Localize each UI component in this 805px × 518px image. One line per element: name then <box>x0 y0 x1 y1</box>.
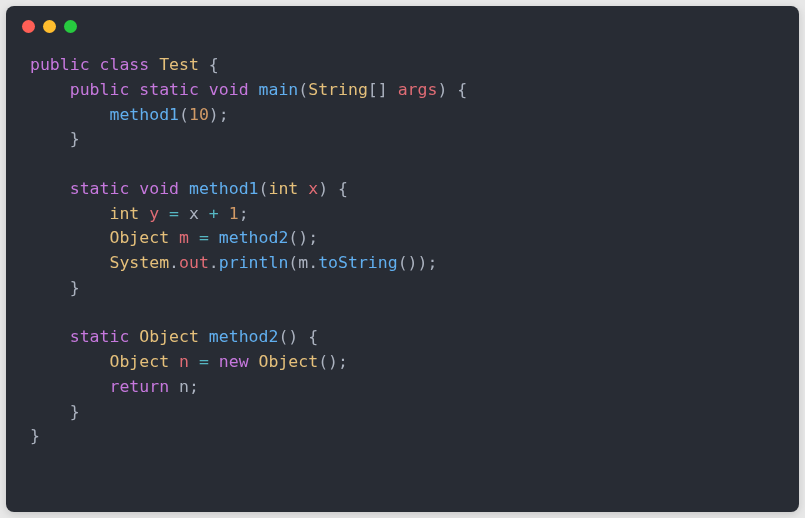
minimize-icon[interactable] <box>43 20 56 33</box>
keyword: public <box>30 55 90 74</box>
field: out <box>179 253 209 272</box>
keyword: public <box>70 80 130 99</box>
code-window: public class Test { public static void m… <box>6 6 799 512</box>
function-call: method1 <box>109 105 179 124</box>
function-name: main <box>259 80 299 99</box>
variable: n <box>169 377 189 396</box>
keyword: static <box>70 179 130 198</box>
code-block: public class Test { public static void m… <box>6 41 799 469</box>
function-call: toString <box>318 253 397 272</box>
type: Object <box>109 352 169 371</box>
brace: } <box>70 278 80 297</box>
operator: + <box>209 204 219 223</box>
window-titlebar <box>6 6 799 41</box>
function-call: method2 <box>219 228 289 247</box>
keyword: new <box>219 352 249 371</box>
keyword: static <box>139 80 199 99</box>
number-literal: 10 <box>189 105 209 124</box>
close-icon[interactable] <box>22 20 35 33</box>
type: int <box>268 179 298 198</box>
variable: y <box>139 204 159 223</box>
brace: } <box>70 129 80 148</box>
type: Object <box>109 228 169 247</box>
keyword: static <box>70 327 130 346</box>
function-call: println <box>219 253 289 272</box>
type: int <box>109 204 139 223</box>
function-name: method2 <box>209 327 279 346</box>
type: Object <box>139 327 199 346</box>
operator: = <box>159 204 179 223</box>
brace: { <box>199 55 219 74</box>
keyword: class <box>100 55 150 74</box>
object: System <box>109 253 169 272</box>
parameter: x <box>298 179 318 198</box>
class-name: Test <box>159 55 199 74</box>
brace: } <box>30 426 40 445</box>
keyword: return <box>109 377 169 396</box>
function-name: method1 <box>189 179 259 198</box>
number-literal: 1 <box>229 204 239 223</box>
brace: } <box>70 402 80 421</box>
operator: = <box>189 352 209 371</box>
type: void <box>139 179 179 198</box>
class-name: Object <box>259 352 319 371</box>
maximize-icon[interactable] <box>64 20 77 33</box>
type: String <box>308 80 368 99</box>
variable: n <box>169 352 189 371</box>
parameter: args <box>388 80 438 99</box>
type: void <box>209 80 249 99</box>
variable: m <box>169 228 189 247</box>
operator: = <box>189 228 209 247</box>
